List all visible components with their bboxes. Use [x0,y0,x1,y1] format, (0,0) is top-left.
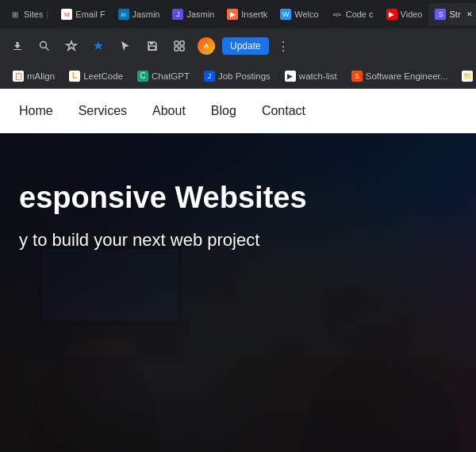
svg-point-0 [40,42,47,48]
profile-avatar: A [198,37,215,55]
bookmarked-icon [92,40,105,52]
svg-rect-9 [180,47,184,51]
tab-favicon-welcome: W [280,9,291,20]
menu-button[interactable]: ⋮ [274,36,293,57]
svg-rect-4 [150,42,153,44]
bookmark-favicon-other: 📁 [462,71,473,82]
extensions-button[interactable] [168,35,190,57]
nav-about[interactable]: About [152,104,186,118]
svg-line-1 [46,48,49,51]
bookmark-watchlist[interactable]: ▶ watch-list [278,68,344,84]
svg-marker-3 [94,41,103,50]
tab-favicon-str: S [435,9,446,20]
nav-blog[interactable]: Blog [211,104,236,118]
bookmark-chatgpt[interactable]: C ChatGPT [131,68,196,84]
hero-section: esponsive Websites y to build your next … [0,133,476,452]
bookmark-favicon-malign: 📋 [13,71,24,82]
tab-favicon-jasper: J [172,9,183,20]
tab-label-str: Str [449,10,460,19]
tab-favicon-sites: ⊞ [10,9,21,20]
webpage-content: Home Services About Blog Contact [0,89,476,452]
bookmarks-bar: 📋 mAlign L LeetCode C ChatGPT J Job Post… [0,63,476,89]
tab-str[interactable]: S Str ✕ [428,3,476,25]
bookmark-label-leetcode: LeetCode [83,71,123,81]
bookmark-label-software-engineer: Software Engineer... [366,71,448,81]
tab-bar: ⊞ Sites | M Email F in Jasmin J Jasmin ▶… [0,0,476,29]
hero-content: esponsive Websites y to build your next … [0,133,476,252]
save-button[interactable] [141,35,163,57]
tab-label-code: Code c [346,10,374,19]
bookmark-favicon-watchlist: ▶ [285,71,296,82]
bookmark-label-watchlist: watch-list [299,71,337,81]
bookmark-label-jobs: Job Postings [218,71,271,81]
extensions-icon [173,40,186,52]
bookmark-other[interactable]: 📁 Other Bookmarks [455,68,476,84]
tab-insertkick[interactable]: ▶ Insertk [221,3,274,25]
tab-favicon-insertkick: ▶ [227,9,238,20]
tab-label-insertkick: Insertk [241,10,267,19]
bookmark-favicon-leetcode: L [69,71,80,82]
svg-rect-6 [175,41,178,45]
svg-rect-7 [180,41,184,45]
save-icon [146,40,159,52]
svg-marker-2 [67,41,76,50]
nav-contact[interactable]: Contact [262,104,305,118]
download-button[interactable] [6,35,29,57]
tab-label-sites: Sites [24,10,43,19]
tab-favicon-video: ▶ [386,9,397,20]
tab-close-str[interactable]: ✕ [464,9,475,20]
bookmark-leetcode[interactable]: L LeetCode [63,68,129,84]
tab-jasper[interactable]: J Jasmin [166,3,221,25]
bookmark-label-chatgpt: ChatGPT [152,71,190,81]
bookmark-jobs[interactable]: J Job Postings [198,68,277,84]
bookmark-star-icon [65,40,78,52]
tab-label-video: Video [401,10,423,19]
svg-rect-8 [175,47,178,51]
hero-subheading: y to build your next web project [19,228,457,253]
bookmark-favicon-jobs: J [204,71,215,82]
tab-email[interactable]: M Email F [55,3,111,25]
site-navigation: Home Services About Blog Contact [0,89,476,133]
nav-services[interactable]: Services [79,104,127,118]
cursor-icon [119,40,132,52]
tab-divider-sites: | [46,10,48,19]
tab-code[interactable]: </> Code c [325,3,380,25]
bookmark-button[interactable] [60,35,83,57]
nav-home[interactable]: Home [19,104,53,118]
tab-favicon-linkedin: in [118,9,129,20]
tab-label-jasper: Jasmin [186,10,214,19]
browser-chrome: ⊞ Sites | M Email F in Jasmin J Jasmin ▶… [0,0,476,89]
tab-label-email: Email F [75,10,105,19]
tab-video[interactable]: ▶ Video [380,3,429,25]
cursor-button[interactable] [114,35,136,57]
download-icon [11,40,24,52]
bookmark-favicon-software-engineer: S [351,71,363,82]
svg-rect-5 [149,46,155,50]
zoom-button[interactable] [33,35,56,57]
tab-label-welcome: Welco [294,10,318,19]
bookmark-label-malign: mAlign [27,71,55,81]
tab-label-linkedin: Jasmin [132,10,160,19]
tab-favicon-code: </> [332,9,343,20]
update-button[interactable]: Update [222,37,269,55]
bookmarked-button[interactable] [87,35,109,57]
tab-linkedin[interactable]: in Jasmin [112,3,167,25]
profile-button[interactable]: A [195,35,217,57]
bookmark-favicon-chatgpt: C [137,71,148,82]
bookmark-software-engineer[interactable]: S Software Engineer... [345,68,455,84]
tab-favicon-email: M [61,9,72,20]
tab-welcome[interactable]: W Welco [274,3,324,25]
zoom-icon [38,40,51,52]
tab-sites[interactable]: ⊞ Sites | [3,3,55,25]
toolbar: A Update ⋮ [0,29,476,63]
bookmark-malign[interactable]: 📋 mAlign [6,68,61,84]
hero-heading: esponsive Websites [19,181,457,216]
